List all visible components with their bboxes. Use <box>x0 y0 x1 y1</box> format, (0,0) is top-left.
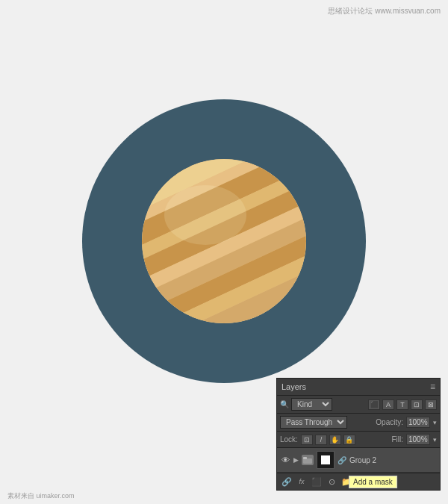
fill-input[interactable] <box>406 434 430 445</box>
lock-artboard-icon[interactable]: ✋ <box>329 435 341 445</box>
lock-pixels-icon[interactable]: ⊡ <box>301 435 313 445</box>
add-mask-tooltip: Add a mask <box>349 476 397 488</box>
lock-label: Lock: <box>280 435 298 444</box>
type-layer-icon[interactable]: T <box>396 399 408 410</box>
fx-button[interactable]: fx <box>295 476 308 488</box>
layers-panel-header: Layers ≡ <box>277 379 440 396</box>
inner-planet-circle <box>142 159 306 323</box>
blend-opacity-row: Pass Through Normal Through Opacity: ▾ <box>277 414 440 432</box>
opacity-label: Opacity: <box>376 418 403 426</box>
layers-panel: Layers ≡ 🔍 Kind ⬛ A T ⊡ ⊠ Pass Through N… <box>276 378 441 491</box>
bottom-watermark: 素材来自 uimaker.com <box>7 491 75 501</box>
svg-rect-13 <box>303 458 312 464</box>
shape-layer-icon[interactable]: ⊡ <box>411 399 423 410</box>
layer-expand-arrow[interactable]: ▶ <box>293 456 299 464</box>
folder-icon <box>302 455 314 465</box>
lock-fill-row: Lock: ⊡ / ✋ 🔒 Fill: ▾ <box>277 432 440 448</box>
thumb-mask-white <box>321 455 330 464</box>
opacity-input[interactable] <box>406 417 430 428</box>
layer-thumbnail <box>317 451 335 469</box>
lock-position-icon[interactable]: / <box>315 435 327 445</box>
svg-rect-14 <box>303 457 307 459</box>
kind-select[interactable]: Kind <box>291 398 332 411</box>
top-watermark: 思绪设计论坛 www.missvuan.com <box>328 6 441 16</box>
adjustment-layer-icon[interactable]: A <box>382 399 394 410</box>
layers-toolbar: 🔗 fx ⬛ ⊙ 📁 📄 🗑 Add a mask <box>277 473 440 490</box>
layers-menu-icon[interactable]: ≡ <box>430 382 435 392</box>
link-layers-button[interactable]: 🔗 <box>280 476 293 488</box>
svg-point-12 <box>164 185 246 245</box>
layers-panel-title: Layers <box>281 382 306 391</box>
blend-mode-select[interactable]: Pass Through Normal Through <box>280 416 347 429</box>
smart-object-icon[interactable]: ⊠ <box>425 399 437 410</box>
fill-label: Fill: <box>391 435 403 444</box>
layer-name: Group 2 <box>349 456 437 464</box>
layer-link-icon: 🔗 <box>337 456 346 464</box>
layer-group2[interactable]: 👁 ▶ 🔗 Group 2 <box>277 448 440 473</box>
opacity-arrow[interactable]: ▾ <box>433 419 437 426</box>
lock-all-icon[interactable]: 🔒 <box>343 435 355 445</box>
layer-type-icons: ⬛ A T ⊡ ⊠ <box>368 399 437 410</box>
planet-stripes-svg <box>142 159 306 323</box>
folder-svg <box>303 456 312 464</box>
new-adjustment-button[interactable]: ⊙ <box>325 476 338 488</box>
lock-icons: ⊡ / ✋ 🔒 <box>301 435 355 445</box>
add-mask-button[interactable]: ⬛ <box>310 476 323 488</box>
fill-arrow[interactable]: ▾ <box>433 436 437 444</box>
search-icon: 🔍 <box>280 400 289 408</box>
pixel-layer-icon[interactable]: ⬛ <box>368 399 380 410</box>
layers-search-row: 🔍 Kind ⬛ A T ⊡ ⊠ <box>277 396 440 414</box>
outer-circle <box>82 99 366 383</box>
layer-visibility-toggle[interactable]: 👁 <box>280 455 290 464</box>
